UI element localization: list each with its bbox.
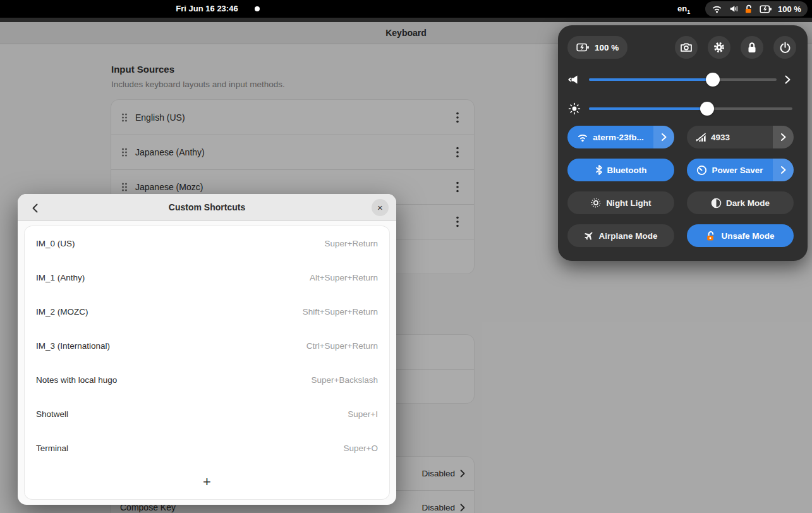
volume-slider[interactable] xyxy=(589,78,777,81)
shortcut-row[interactable]: Shotwell Super+I xyxy=(25,397,389,431)
shortcut-name: IM_0 (US) xyxy=(36,239,75,248)
unsafe-mode-label: Unsafe Mode xyxy=(721,231,774,241)
power-saver-expand-button[interactable] xyxy=(773,159,794,181)
back-button[interactable] xyxy=(27,200,43,216)
unsafe-lock-icon xyxy=(744,4,754,14)
plus-icon: + xyxy=(203,474,211,490)
chevron-right-icon xyxy=(780,133,786,142)
unsafe-lock-icon xyxy=(706,231,717,241)
shortcut-name: IM_3 (International) xyxy=(36,341,110,351)
cellular-label: 4933 xyxy=(711,133,730,142)
notification-dot xyxy=(255,6,260,11)
power-saver-icon xyxy=(696,165,707,176)
battery-percent-label: 100 % xyxy=(595,43,619,52)
wifi-label: aterm-23fb... xyxy=(593,133,643,142)
wifi-icon xyxy=(577,133,588,142)
night-light-icon xyxy=(590,197,602,208)
brightness-slider[interactable] xyxy=(589,107,792,110)
brightness-icon xyxy=(567,102,581,116)
power-button[interactable] xyxy=(773,36,796,59)
custom-shortcuts-dialog: Custom Shortcuts × IM_0 (US) Super+Retur… xyxy=(18,194,396,505)
quick-toggles: aterm-23fb... 4933 xyxy=(567,126,808,247)
wifi-expand-button[interactable] xyxy=(653,126,674,148)
chevron-left-icon xyxy=(32,203,38,213)
shortcut-row[interactable]: Notes with local hugo Super+Backslash xyxy=(25,363,389,397)
shortcut-row[interactable]: IM_2 (MOZC) Shift+Super+Return xyxy=(25,294,389,329)
shortcut-accelerator: Super+Backslash xyxy=(312,375,378,385)
bluetooth-toggle[interactable]: Bluetooth xyxy=(567,159,674,181)
gear-icon xyxy=(713,41,725,54)
chevron-right-icon xyxy=(780,166,786,174)
shortcut-name: Notes with local hugo xyxy=(36,375,117,385)
shortcut-row[interactable]: Terminal Super+O xyxy=(25,431,389,465)
camera-icon xyxy=(680,41,693,54)
shortcut-row[interactable]: IM_0 (US) Super+Return xyxy=(25,226,389,260)
chevron-right-icon[interactable] xyxy=(784,75,791,85)
cellular-off-icon xyxy=(696,133,706,142)
cellular-toggle[interactable]: 4933 xyxy=(687,126,794,148)
power-saver-toggle[interactable]: Power Saver xyxy=(687,159,794,181)
airplane-mode-toggle[interactable]: Airplane Mode xyxy=(567,224,674,247)
quick-settings-panel: 100 % xyxy=(558,25,808,261)
screenshot-button[interactable] xyxy=(675,36,698,59)
clock[interactable]: Fri Jun 16 23:46 xyxy=(161,0,253,18)
shortcut-name: IM_2 (MOZC) xyxy=(36,307,88,317)
power-saver-label: Power Saver xyxy=(712,166,763,175)
bluetooth-icon xyxy=(595,165,603,175)
battery-percent-label: 100 % xyxy=(778,4,801,14)
shortcuts-list: IM_0 (US) Super+Return IM_1 (Anthy) Alt+… xyxy=(25,226,389,499)
battery-status[interactable]: 100 % xyxy=(567,36,627,59)
panel-action-buttons xyxy=(675,36,796,59)
airplane-mode-label: Airplane Mode xyxy=(598,231,657,241)
shortcut-accelerator: Shift+Super+Return xyxy=(303,307,378,317)
close-icon: × xyxy=(377,202,383,213)
night-light-toggle[interactable]: Night Light xyxy=(567,191,674,214)
shortcut-accelerator: Super+Return xyxy=(325,239,378,248)
settings-button[interactable] xyxy=(708,36,730,59)
chevron-right-icon xyxy=(661,133,667,142)
volume-muted-icon xyxy=(567,73,581,87)
add-shortcut-button[interactable]: + xyxy=(25,465,389,499)
wifi-toggle[interactable]: aterm-23fb... xyxy=(567,126,674,148)
shortcut-row[interactable]: IM_3 (International) Ctrl+Super+Return xyxy=(25,329,389,363)
shortcut-name: IM_1 (Anthy) xyxy=(36,273,85,282)
screen: Keyboard Input Sources Includes keyboard… xyxy=(0,0,812,513)
keyboard-layout-indicator[interactable]: en1 xyxy=(677,0,690,18)
volume-icon xyxy=(728,4,739,14)
shortcut-accelerator: Alt+Super+Return xyxy=(310,273,378,282)
airplane-icon xyxy=(582,229,597,243)
dark-mode-icon xyxy=(711,198,722,208)
cellular-expand-button[interactable] xyxy=(773,126,794,148)
bluetooth-label: Bluetooth xyxy=(607,166,647,175)
wifi-icon xyxy=(712,4,722,13)
shortcut-accelerator: Super+O xyxy=(344,444,378,453)
power-icon xyxy=(779,42,791,54)
keyboard-layout-code: en xyxy=(677,4,687,13)
shortcut-row[interactable]: IM_1 (Anthy) Alt+Super+Return xyxy=(25,260,389,294)
keyboard-layout-index: 1 xyxy=(687,9,690,15)
shortcut-accelerator: Ctrl+Super+Return xyxy=(306,341,378,351)
dark-mode-toggle[interactable]: Dark Mode xyxy=(687,191,794,214)
brightness-slider-row xyxy=(567,100,792,117)
volume-slider-knob[interactable] xyxy=(706,73,720,87)
lock-screen-button[interactable] xyxy=(741,36,763,59)
volume-slider-fill xyxy=(589,78,713,81)
dialog-header: Custom Shortcuts × xyxy=(18,194,396,221)
shortcut-accelerator: Super+I xyxy=(348,409,378,419)
battery-charging-icon xyxy=(576,41,590,54)
shortcut-name: Terminal xyxy=(36,444,68,453)
close-button[interactable]: × xyxy=(372,199,389,216)
volume-slider-row xyxy=(567,71,791,88)
dark-mode-label: Dark Mode xyxy=(726,198,770,208)
brightness-slider-fill xyxy=(589,107,707,110)
battery-charging-icon xyxy=(760,3,772,15)
panel-top-row: 100 % xyxy=(567,36,796,59)
system-status-area[interactable]: 100 % xyxy=(705,1,808,16)
night-light-label: Night Light xyxy=(606,198,651,208)
lock-icon xyxy=(746,42,758,54)
unsafe-mode-toggle[interactable]: Unsafe Mode xyxy=(687,224,794,247)
brightness-slider-knob[interactable] xyxy=(700,102,714,116)
shortcut-name: Shotwell xyxy=(36,409,68,419)
top-bar: Fri Jun 16 23:46 en1 100 % xyxy=(0,0,812,18)
dialog-title: Custom Shortcuts xyxy=(169,202,245,212)
